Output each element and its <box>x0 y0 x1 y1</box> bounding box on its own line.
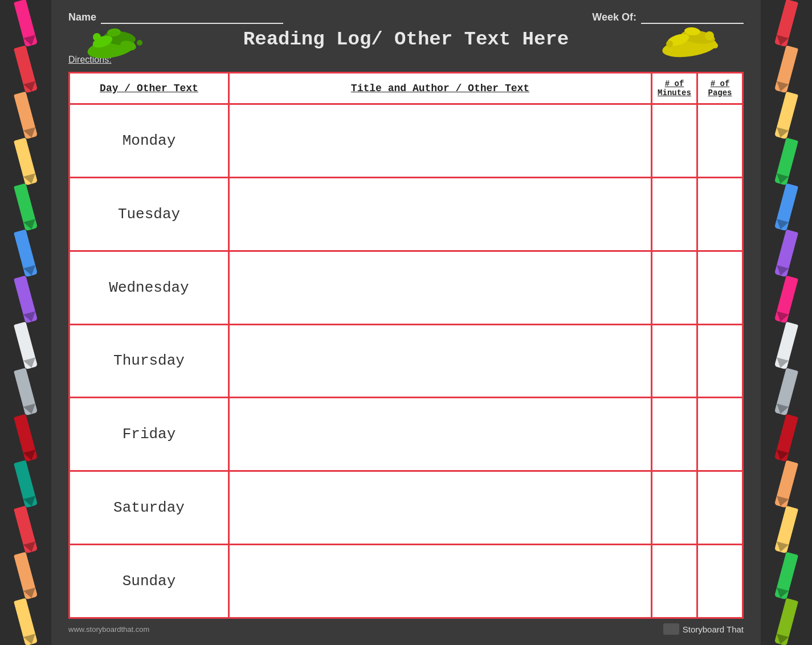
crayon-pink-r1 <box>774 276 798 324</box>
table-row: Thursday <box>70 324 743 398</box>
name-input-line[interactable] <box>101 10 283 24</box>
title-column-header: Title and Author / Other Text <box>229 73 652 104</box>
crayon-red-1 <box>14 45 38 93</box>
day-cell: Tuesday <box>70 177 229 251</box>
day-column-header: Day / Other Text <box>70 73 229 104</box>
title-cell[interactable] <box>229 177 652 251</box>
main-content: Name Week Of: Reading Log/ Other Text He… <box>51 0 761 645</box>
crayon-white-r1 <box>774 322 798 370</box>
crayon-yellow-r1 <box>774 91 798 139</box>
week-input-line[interactable] <box>641 10 744 24</box>
title-cell[interactable] <box>229 251 652 324</box>
day-cell: Saturday <box>70 471 229 545</box>
brand-icon <box>663 623 679 635</box>
paint-splat-left <box>85 26 154 66</box>
table-row: Sunday <box>70 545 743 618</box>
crayon-purple-1 <box>14 276 38 324</box>
crayon-green-r1 <box>774 137 798 185</box>
pages-cell[interactable] <box>697 471 743 545</box>
title-area: Reading Log/ Other Text Here <box>68 28 744 50</box>
crayon-orange-r2 <box>774 460 798 508</box>
title-cell[interactable] <box>229 545 652 618</box>
crayon-orange-1 <box>14 91 38 139</box>
svg-point-13 <box>712 43 718 48</box>
svg-point-11 <box>666 40 673 47</box>
crayon-yellow-2 <box>14 598 38 645</box>
pages-column-header: # of Pages <box>697 73 743 104</box>
day-cell: Wednesday <box>70 251 229 324</box>
title-cell[interactable] <box>229 104 652 178</box>
table-row: Monday <box>70 104 743 178</box>
paint-splat-right <box>647 26 727 66</box>
name-field: Name <box>68 10 283 24</box>
directions-label: Directions: <box>68 55 744 65</box>
crayon-yellow-1 <box>14 137 38 185</box>
table-header-row: Day / Other Text Title and Author / Othe… <box>70 73 743 104</box>
day-cell: Monday <box>70 104 229 178</box>
svg-point-4 <box>93 33 101 41</box>
main-title: Reading Log/ Other Text Here <box>243 28 569 50</box>
day-cell: Thursday <box>70 324 229 398</box>
crayon-pink-1 <box>14 0 38 47</box>
crayon-blue-r1 <box>774 183 798 231</box>
crayon-purple-r1 <box>774 230 798 277</box>
pages-cell[interactable] <box>697 177 743 251</box>
crayon-gray-r1 <box>774 368 798 415</box>
reading-table: Day / Other Text Title and Author / Othe… <box>68 72 744 619</box>
title-cell[interactable] <box>229 471 652 545</box>
header-top: Name Week Of: <box>68 10 744 24</box>
minutes-cell[interactable] <box>652 177 697 251</box>
footer: www.storyboardthat.com Storyboard That <box>68 623 744 635</box>
minutes-cell[interactable] <box>652 324 697 398</box>
crayon-orange-2 <box>14 552 38 600</box>
title-cell[interactable] <box>229 324 652 398</box>
crayon-darkred-r1 <box>774 414 798 462</box>
week-label: Week Of: <box>592 11 636 23</box>
crayon-red-2 <box>14 506 38 554</box>
minutes-cell[interactable] <box>652 104 697 178</box>
minutes-column-header: # of Minutes <box>652 73 697 104</box>
crayon-green-r2 <box>774 552 798 600</box>
footer-url: www.storyboardthat.com <box>68 625 149 634</box>
minutes-cell[interactable] <box>652 398 697 471</box>
crayon-green-1 <box>14 183 38 231</box>
title-cell[interactable] <box>229 398 652 471</box>
right-crayon-border <box>761 0 812 645</box>
crayon-darkred-1 <box>14 414 38 462</box>
pages-cell[interactable] <box>697 251 743 324</box>
svg-point-5 <box>137 40 142 46</box>
svg-point-10 <box>705 31 714 40</box>
left-crayon-border <box>0 0 51 645</box>
pages-cell[interactable] <box>697 324 743 398</box>
pages-cell[interactable] <box>697 104 743 178</box>
crayon-red-r1 <box>774 0 798 47</box>
brand-name: Storyboard That <box>683 624 744 634</box>
crayon-lime-r1 <box>774 598 798 645</box>
crayon-yellow-r2 <box>774 506 798 554</box>
minutes-cell[interactable] <box>652 471 697 545</box>
table-row: Saturday <box>70 471 743 545</box>
minutes-cell[interactable] <box>652 545 697 618</box>
day-cell: Friday <box>70 398 229 471</box>
table-row: Friday <box>70 398 743 471</box>
week-field: Week Of: <box>592 10 744 24</box>
table-row: Tuesday <box>70 177 743 251</box>
crayon-blue-1 <box>14 230 38 277</box>
crayon-teal-1 <box>14 460 38 508</box>
pages-cell[interactable] <box>697 545 743 618</box>
footer-brand: Storyboard That <box>663 623 744 635</box>
table-row: Wednesday <box>70 251 743 324</box>
pages-cell[interactable] <box>697 398 743 471</box>
crayon-white-1 <box>14 322 38 370</box>
day-cell: Sunday <box>70 545 229 618</box>
crayon-gray-1 <box>14 368 38 415</box>
crayon-orange-r1 <box>774 45 798 93</box>
minutes-cell[interactable] <box>652 251 697 324</box>
name-label: Name <box>68 11 96 23</box>
